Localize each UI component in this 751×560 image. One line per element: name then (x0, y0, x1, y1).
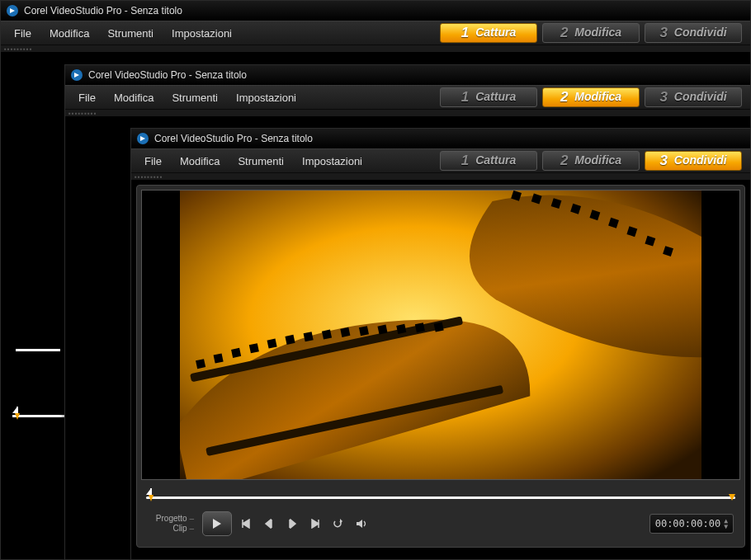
workflow-steps: 1Cattura 2Modifica 3Condividi (440, 23, 745, 43)
menu-strumenti[interactable]: Strumenti (229, 152, 292, 171)
panel-grip[interactable]: ▪▪▪▪▪▪▪▪▪ (131, 173, 750, 180)
main-menu: File Modifica Strumenti Impostazioni (6, 24, 240, 43)
topbar: File Modifica Strumenti Impostazioni 1Ca… (65, 85, 750, 110)
svg-rect-17 (340, 327, 350, 337)
menu-modifica[interactable]: Modifica (106, 88, 162, 107)
step-forward-button[interactable] (283, 515, 301, 533)
step-back-button[interactable] (260, 515, 278, 533)
app-icon (70, 68, 83, 82)
step-modifica[interactable]: 2Modifica (542, 23, 640, 43)
step-cattura[interactable]: 1Cattura (440, 87, 537, 107)
mini-playhead-icon[interactable] (12, 407, 22, 424)
step-condividi[interactable]: 3Condividi (645, 87, 742, 107)
svg-rect-19 (377, 325, 387, 335)
app-icon (6, 4, 19, 17)
menu-impostazioni[interactable]: Impostazioni (163, 24, 240, 43)
menu-impostazioni[interactable]: Impostazioni (228, 88, 305, 107)
titlebar[interactable]: Corel VideoStudio Pro - Senza titolo (65, 65, 750, 85)
menu-file[interactable]: File (136, 152, 170, 171)
step-cattura[interactable]: 1Cattura (440, 151, 537, 171)
main-menu: File Modifica Strumenti Impostazioni (70, 88, 305, 107)
step-modifica[interactable]: 2Modifica (542, 87, 640, 107)
app-title: Corel VideoStudio Pro - Senza titolo (88, 69, 247, 81)
go-end-button[interactable] (306, 515, 324, 533)
repeat-button[interactable] (329, 515, 347, 533)
svg-rect-14 (285, 335, 295, 345)
svg-rect-12 (249, 343, 259, 353)
topbar: File Modifica Strumenti Impostazioni 1Ca… (1, 21, 750, 45)
timecode-value: 00:00:00:00 (655, 518, 720, 529)
menu-strumenti[interactable]: Strumenti (163, 88, 226, 107)
app-title: Corel VideoStudio Pro - Senza titolo (24, 5, 182, 16)
go-start-button[interactable] (237, 515, 255, 533)
volume-button[interactable] (352, 515, 371, 533)
main-menu: File Modifica Strumenti Impostazioni (136, 152, 371, 171)
mode-toggle[interactable]: Progetto – Clip – (148, 514, 194, 534)
titlebar[interactable]: Corel VideoStudio Pro - Senza titolo (131, 129, 750, 148)
menu-file[interactable]: File (6, 24, 40, 43)
svg-rect-21 (415, 322, 425, 332)
mode-project-label: Progetto (156, 514, 187, 523)
seek-bar[interactable]: [ ] (146, 488, 735, 505)
step-condividi[interactable]: 3Condividi (645, 23, 742, 43)
topbar: File Modifica Strumenti Impostazioni 1Ca… (131, 148, 750, 173)
app-icon (136, 132, 149, 145)
playhead-icon[interactable] (146, 488, 156, 507)
workflow-steps: 1Cattura 2Modifica 3Condividi (440, 151, 745, 171)
film-reel-preview (180, 191, 701, 479)
menu-file[interactable]: File (70, 88, 104, 107)
workflow-steps: 1Cattura 2Modifica 3Condividi (440, 87, 745, 107)
window-condividi: Corel VideoStudio Pro - Senza titolo Fil… (130, 128, 751, 560)
step-modifica[interactable]: 2Modifica (542, 151, 640, 171)
menu-modifica[interactable]: Modifica (41, 24, 97, 43)
timecode-field[interactable]: 00:00:00:00 ▲▼ (649, 514, 734, 534)
panel-grip[interactable]: ▪▪▪▪▪▪▪▪▪ (65, 110, 750, 116)
timecode-stepper-icon[interactable]: ▲▼ (724, 518, 728, 529)
menu-strumenti[interactable]: Strumenti (99, 24, 162, 43)
svg-rect-18 (359, 326, 369, 336)
svg-rect-16 (322, 330, 332, 340)
mode-clip-label: Clip (172, 524, 187, 533)
svg-rect-15 (304, 332, 314, 341)
step-condividi[interactable]: 3Condividi (645, 151, 742, 171)
seek-track[interactable] (146, 496, 735, 499)
transport-controls: Progetto – Clip – 00:00:00:00 ▲▼ (141, 508, 740, 543)
menu-impostazioni[interactable]: Impostazioni (294, 152, 371, 171)
mini-seek[interactable] (12, 415, 70, 417)
svg-rect-9 (196, 359, 205, 369)
panel-grip[interactable]: ▪▪▪▪▪▪▪▪▪ (1, 45, 750, 52)
svg-rect-22 (434, 322, 444, 332)
mini-seek-track (16, 349, 60, 351)
step-cattura[interactable]: 1Cattura (440, 23, 537, 43)
endstop-icon (729, 493, 735, 505)
svg-rect-20 (396, 324, 406, 334)
menu-modifica[interactable]: Modifica (172, 152, 228, 171)
app-title: Corel VideoStudio Pro - Senza titolo (154, 133, 313, 144)
play-button[interactable] (202, 511, 232, 536)
video-canvas (141, 190, 740, 480)
titlebar[interactable]: Corel VideoStudio Pro - Senza titolo (1, 1, 750, 21)
svg-rect-11 (231, 348, 241, 358)
svg-rect-10 (214, 353, 224, 363)
svg-rect-13 (267, 339, 277, 349)
preview-panel: [ ] Progetto – Clip – 0 (136, 185, 745, 548)
